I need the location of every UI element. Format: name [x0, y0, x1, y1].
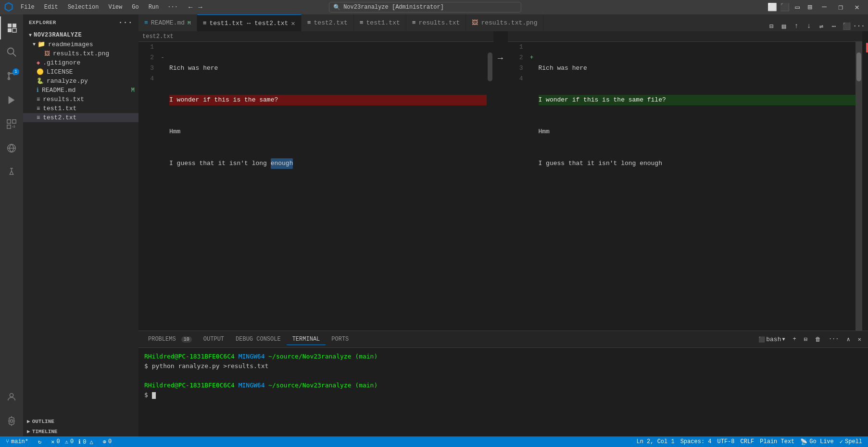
language-status[interactable]: Plain Text: [758, 436, 796, 447]
term-mingw-3: MINGW64: [239, 382, 265, 389]
test2-txt-tab[interactable]: ≡ test2.txt: [302, 14, 354, 31]
sidebar-more[interactable]: ···: [118, 18, 133, 27]
split-editor-right[interactable]: ⊟: [766, 21, 777, 31]
add-terminal-btn[interactable]: +: [790, 335, 799, 344]
selection-menu[interactable]: Selection: [64, 3, 103, 12]
gitignore-item[interactable]: ◆ .gitignore: [23, 58, 138, 67]
run-menu[interactable]: Run: [145, 3, 163, 12]
activity-accounts[interactable]: [0, 385, 23, 409]
results-txt-item[interactable]: ≡ results.txt: [23, 95, 138, 104]
right-scrollbar-thumb[interactable]: [856, 52, 861, 81]
more-terminal-btn[interactable]: ···: [826, 335, 842, 344]
term-path-3: ~/source/Nov23ranalyze: [268, 382, 351, 389]
position-status[interactable]: Ln 2, Col 1: [634, 436, 676, 447]
errors-text: 0: [56, 438, 60, 445]
test1-txt-tab[interactable]: ≡ test1.txt: [354, 14, 406, 31]
right-code-lines[interactable]: Rich was here I wonder if this is the sa…: [537, 42, 856, 331]
activity-testing[interactable]: [0, 161, 23, 184]
file-menu[interactable]: File: [17, 3, 38, 12]
close-terminal-btn[interactable]: ✕: [855, 335, 864, 344]
right-editor-pane: 1 2 3 4 + Rich was here I wonder if this…: [508, 31, 863, 331]
svg-point-16: [10, 420, 13, 422]
title-search-bar[interactable]: 🔍 Nov23ranalyze [Administrator]: [329, 2, 521, 13]
terminal-tab[interactable]: TERMINAL: [287, 334, 326, 345]
panel-toggle[interactable]: ▭: [792, 2, 803, 13]
terminal-content[interactable]: RHildred@PC-1831BFE0C6C4 MINGW64 ~/sourc…: [138, 348, 868, 436]
results-png-tab[interactable]: 🖼 results.txt.png: [466, 14, 543, 31]
live-status[interactable]: 📡 Go Live: [798, 436, 835, 447]
activity-run[interactable]: [0, 89, 23, 112]
license-item[interactable]: 🟡 LICENSE: [23, 67, 138, 77]
more-tab-actions[interactable]: ⋯: [829, 21, 839, 31]
branch-status[interactable]: ⑂ main*: [4, 436, 30, 447]
menu-bar: File Edit Selection View Go Run ···: [17, 3, 181, 12]
back-button[interactable]: ←: [187, 2, 194, 12]
navigate-forward[interactable]: ↓: [804, 21, 814, 31]
delete-terminal-btn[interactable]: 🗑: [812, 335, 824, 344]
open-changes[interactable]: ⇌: [816, 21, 827, 31]
spaces-status[interactable]: Spaces: 4: [679, 436, 714, 447]
left-scrollbar-thumb[interactable]: [488, 52, 492, 81]
outline-section[interactable]: ▶ OUTLINE: [23, 416, 138, 426]
test2-item[interactable]: ≡ test2.txt: [23, 113, 138, 122]
left-editor-content[interactable]: 1 2 3 4 - Rich was here I wonder if this…: [138, 42, 493, 331]
ranalyze-item[interactable]: 🐍 ranalyze.py: [23, 77, 138, 86]
problems-tab[interactable]: PROBLEMS 10: [142, 334, 198, 345]
readme-tab[interactable]: ≡ README.md M: [138, 14, 197, 31]
sync-status[interactable]: ↻: [36, 436, 43, 447]
results-png-item[interactable]: 🖼 results.txt.png: [23, 49, 138, 58]
tabs-bar: ≡ README.md M ≡ test1.txt ↔ test2.txt ✕ …: [138, 14, 868, 31]
timeline-section[interactable]: ▶ TIMELINE: [23, 426, 138, 436]
eol-status[interactable]: CRLF: [739, 436, 756, 447]
encoding-status[interactable]: UTF-8: [715, 436, 736, 447]
svg-point-4: [8, 48, 14, 54]
left-code-lines[interactable]: Rich was here I wonder if this is the sa…: [167, 42, 487, 331]
ports-tab[interactable]: PORTS: [326, 334, 354, 345]
close-button[interactable]: ✕: [850, 2, 864, 13]
tab-overflow[interactable]: ···: [854, 21, 864, 31]
gitignore-icon: ◆: [37, 59, 40, 66]
activity-explorer[interactable]: [0, 16, 23, 39]
activity-remote-explorer[interactable]: [0, 137, 23, 160]
term-line-2: $ python ranalyze.py >results.txt: [144, 361, 862, 371]
bash-arrow[interactable]: ▼: [782, 337, 785, 342]
navigate-back[interactable]: ↑: [791, 21, 802, 31]
edit-menu[interactable]: Edit: [40, 3, 62, 12]
view-menu[interactable]: View: [104, 3, 126, 12]
activity-search[interactable]: [0, 40, 23, 64]
problems-status[interactable]: ⊕ 0: [101, 436, 113, 447]
output-tab[interactable]: OUTPUT: [198, 334, 230, 345]
spell-status[interactable]: ✓ Spell: [838, 436, 864, 447]
editor-layout[interactable]: ▤: [779, 21, 789, 31]
errors-status[interactable]: ✕ 0 ⚠ 0 ℹ 0 △: [49, 436, 95, 447]
minimize-button[interactable]: ─: [817, 2, 831, 13]
readmeimages-folder[interactable]: ▼ 📁 readmeimages: [23, 39, 138, 49]
layout-toggle[interactable]: ⬛: [780, 2, 790, 13]
go-menu[interactable]: Go: [128, 3, 142, 12]
root-folder[interactable]: ▼ NOV23RANALYZE: [23, 31, 138, 39]
left-line-3: Hmm: [169, 127, 487, 137]
debug-console-tab[interactable]: DEBUG CONSOLE: [230, 334, 287, 345]
results-txt-tab[interactable]: ≡ results.txt: [406, 14, 466, 31]
more-menu[interactable]: ···: [164, 3, 181, 12]
right-line-numbers: 1 2 3 4: [508, 42, 527, 331]
sidebar-toggle[interactable]: ⬜: [767, 2, 778, 13]
customize-layout[interactable]: ⊞: [805, 2, 815, 13]
right-scrollbar[interactable]: [855, 42, 862, 331]
maximize-terminal-btn[interactable]: ∧: [844, 335, 853, 344]
test1-icon: ≡: [37, 105, 40, 112]
restore-button[interactable]: ❐: [833, 2, 848, 13]
diff-tab[interactable]: ≡ test1.txt ↔ test2.txt ✕: [197, 14, 302, 31]
activity-source-control[interactable]: 1: [0, 64, 23, 88]
test1-item[interactable]: ≡ test1.txt: [23, 104, 138, 113]
split-terminal-btn[interactable]: ⊟: [801, 335, 810, 344]
left-scrollbar[interactable]: [487, 42, 493, 331]
toggle-panel-right[interactable]: ⬛: [841, 21, 852, 31]
activity-settings[interactable]: [0, 409, 23, 433]
forward-button[interactable]: →: [196, 2, 204, 12]
right-editor-content[interactable]: 1 2 3 4 + Rich was here I wonder if this…: [508, 42, 863, 331]
activity-extensions[interactable]: [0, 113, 23, 136]
readme-item[interactable]: ℹ README.md M: [23, 86, 138, 95]
diff-tab-close[interactable]: ✕: [291, 19, 295, 27]
highlight-enough: enough: [271, 158, 293, 169]
